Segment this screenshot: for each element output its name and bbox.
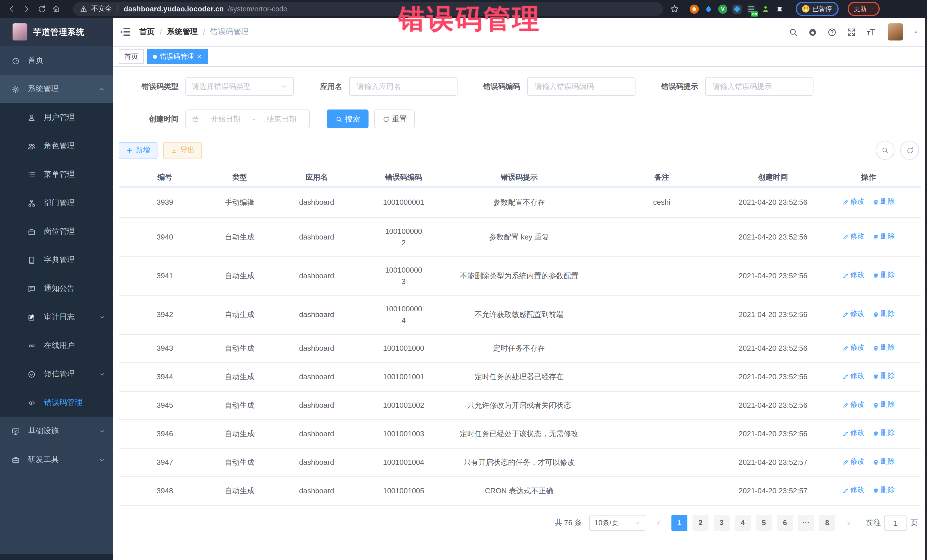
table-row[interactable]: 3942自动生成dashboard1001000004不允许获取敏感配置到前端2…	[119, 296, 921, 335]
sidebar-item-gauge[interactable]: 首页	[0, 46, 113, 75]
bookmark-star-icon[interactable]	[670, 4, 679, 14]
delete-link[interactable]: 删除	[872, 371, 895, 382]
fullscreen-icon[interactable]	[846, 27, 856, 37]
sidebar-item-monitor[interactable]: 基础设施	[0, 417, 113, 445]
sidebar-item-msg[interactable]: 短信管理	[0, 360, 113, 389]
date-range-picker[interactable]: 开始日期 - 结束日期	[185, 109, 310, 128]
help-icon[interactable]	[827, 27, 837, 37]
sidebar-item-edit[interactable]: 审计日志	[0, 303, 113, 331]
edit-link[interactable]: 修改	[842, 309, 865, 320]
refresh-table-button[interactable]	[900, 141, 919, 160]
browser-back-button[interactable]	[6, 3, 17, 15]
error-code-input[interactable]	[527, 77, 635, 96]
delete-link[interactable]: 删除	[872, 457, 895, 467]
breadcrumb-system[interactable]: 系统管理	[167, 27, 198, 37]
extension-list-icon[interactable]: on	[747, 4, 756, 14]
page-button[interactable]: 2	[693, 515, 708, 531]
github-icon[interactable]	[808, 27, 818, 37]
user-avatar[interactable]	[887, 23, 903, 41]
table-row[interactable]: 3940自动生成dashboard1001000002参数配置 key 重复20…	[119, 219, 921, 257]
delete-link[interactable]: 删除	[872, 231, 895, 242]
toggle-search-button[interactable]	[876, 141, 895, 160]
edit-link[interactable]: 修改	[842, 371, 865, 382]
edit-link[interactable]: 修改	[842, 196, 865, 208]
table-row[interactable]: 3943自动生成dashboard1001001000定时任务不存在2021-0…	[119, 335, 921, 363]
breadcrumb-home[interactable]: 首页	[139, 27, 155, 37]
app-name-input[interactable]	[349, 77, 457, 96]
page-button[interactable]: 4	[735, 515, 751, 531]
sidebar-item-gear[interactable]: 系统管理	[0, 75, 113, 103]
sidebar-item-chat[interactable]: 通知公告	[0, 274, 113, 303]
delete-link[interactable]: 删除	[872, 309, 895, 320]
error-msg-input[interactable]	[705, 77, 813, 96]
error-type-select[interactable]: 请选择错误码类型	[185, 77, 294, 96]
table-row[interactable]: 3946自动生成dashboard1001001003定时任务已经处于该状态，无…	[119, 420, 921, 449]
delete-link[interactable]: 删除	[872, 343, 895, 354]
page-button[interactable]: 5	[756, 515, 772, 531]
delete-link[interactable]: 删除	[872, 399, 895, 411]
page-button[interactable]: 6	[777, 515, 793, 531]
address-bar[interactable]: 不安全 dashboard.yudao.iocoder.cn/system/er…	[73, 2, 663, 16]
edit-link[interactable]: 修改	[842, 270, 865, 281]
browser-reload-button[interactable]	[35, 3, 47, 15]
tag-error-code[interactable]: 错误码管理	[147, 49, 208, 64]
sidebar-item-user[interactable]: 用户管理	[0, 103, 113, 132]
page-button[interactable]: 8	[819, 515, 835, 531]
edit-link[interactable]: 修改	[842, 399, 865, 411]
sidebar-item-code[interactable]: 错误码管理	[0, 389, 113, 417]
sidebar-item-inf[interactable]: 在线用户	[0, 331, 113, 360]
edit-link[interactable]: 修改	[842, 485, 865, 496]
sidebar-item-list[interactable]: 菜单管理	[0, 160, 113, 189]
extension-grid-icon[interactable]	[732, 4, 742, 14]
extension-green-check-icon[interactable]: V	[718, 4, 727, 14]
edit-link[interactable]: 修改	[842, 231, 865, 242]
page-size-select[interactable]: 10条/页	[589, 515, 645, 531]
sidebar-logo[interactable]: 芋道管理系统	[0, 18, 113, 46]
edit-link[interactable]: 修改	[842, 343, 865, 354]
reset-button[interactable]: 重置	[374, 109, 415, 128]
search-icon[interactable]	[789, 27, 798, 37]
profile-paused-chip[interactable]: 已暂停	[796, 2, 838, 16]
sidebar-fold-icon[interactable]	[119, 26, 131, 38]
browser-home-button[interactable]	[50, 3, 62, 15]
delete-link[interactable]: 删除	[872, 428, 895, 439]
page-button[interactable]: 1	[672, 515, 687, 531]
table-row[interactable]: 3941自动生成dashboard1001000003不能删除类型为系统内置的参…	[119, 257, 921, 296]
page-button[interactable]: 3	[714, 515, 729, 531]
browser-update-button[interactable]: 更新	[847, 2, 879, 16]
close-icon[interactable]	[197, 54, 202, 59]
table-row[interactable]: 3947自动生成dashboard1001001004只有开启状态的任务，才可以…	[119, 449, 921, 477]
export-button[interactable]: 导出	[163, 142, 202, 159]
edit-link[interactable]: 修改	[842, 428, 865, 439]
goto-page-input[interactable]	[884, 515, 907, 531]
prev-page-button[interactable]	[650, 515, 666, 531]
cell-code: 1001000004	[365, 301, 442, 329]
table-row[interactable]: 3948自动生成dashboard1001001005CRON 表达式不正确20…	[119, 477, 921, 506]
sidebar-item-book[interactable]: 字典管理	[0, 246, 113, 274]
sidebar-item-badge[interactable]: 岗位管理	[0, 217, 113, 246]
next-page-button[interactable]	[840, 515, 856, 531]
sidebar-item-tree[interactable]: 部门管理	[0, 189, 113, 217]
tag-home[interactable]: 首页	[119, 49, 144, 64]
table-row[interactable]: 3945自动生成dashboard1001001002只允许修改为开启或者关闭状…	[119, 392, 921, 420]
cell-time: 2021-04-20 23:52:56	[727, 229, 819, 245]
delete-link[interactable]: 删除	[872, 485, 895, 496]
page-ellipsis-button[interactable]: ···	[798, 515, 814, 531]
browser-forward-button[interactable]	[21, 3, 32, 15]
sidebar-item-toolbox[interactable]: 研发工具	[0, 445, 113, 474]
extension-drop-icon[interactable]	[704, 4, 713, 14]
delete-link[interactable]: 删除	[872, 270, 895, 281]
sidebar-item-users[interactable]: 角色管理	[0, 132, 113, 160]
edit-link[interactable]: 修改	[842, 457, 865, 467]
cell-app: dashboard	[268, 340, 365, 357]
extension-person-icon[interactable]	[761, 4, 770, 14]
font-size-icon[interactable]	[866, 27, 876, 37]
table-row[interactable]: 3944自动生成dashboard1001001001定时任务的处理器已经存在2…	[119, 363, 921, 392]
extensions-puzzle-icon[interactable]	[775, 4, 784, 14]
delete-link[interactable]: 删除	[872, 196, 895, 208]
add-button[interactable]: 新增	[119, 142, 158, 159]
extension-orange-icon[interactable]	[690, 4, 699, 14]
user-menu-caret-icon[interactable]	[913, 29, 919, 35]
table-row[interactable]: 3939手动编辑dashboard1001000001参数配置不存在ceshi2…	[119, 188, 921, 219]
search-button[interactable]: 搜索	[327, 109, 369, 128]
